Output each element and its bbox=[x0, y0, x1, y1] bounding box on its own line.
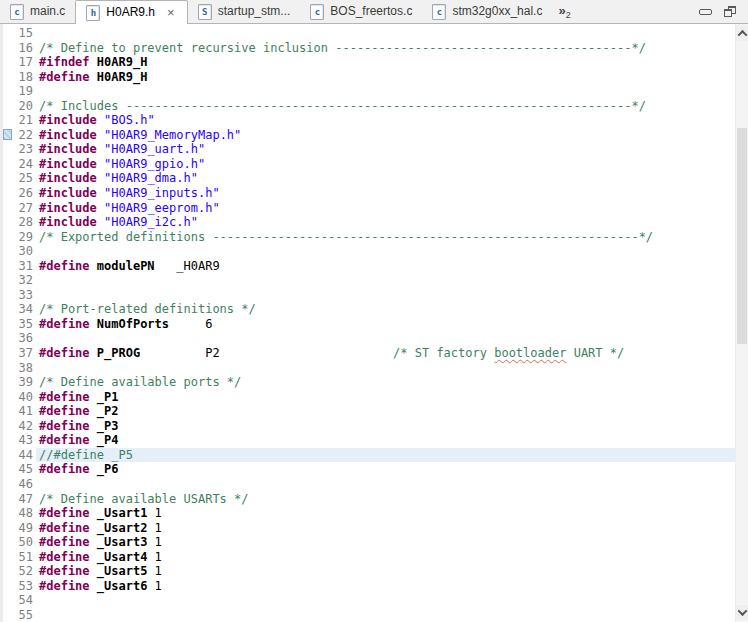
code-line[interactable]: 16/* Define to prevent recursive inclusi… bbox=[0, 41, 735, 56]
line-number[interactable]: 22 bbox=[14, 128, 36, 143]
file-icon: h bbox=[86, 5, 100, 21]
editor-tab[interactable]: cmain.c bbox=[0, 0, 75, 23]
line-number[interactable]: 35 bbox=[14, 317, 36, 332]
line-number[interactable]: 49 bbox=[14, 521, 36, 536]
vertical-scrollbar[interactable] bbox=[735, 24, 748, 622]
code-line[interactable]: 20/* Includes --------------------------… bbox=[0, 99, 735, 114]
code-line[interactable]: 51#define _Usart4 1 bbox=[0, 550, 735, 565]
code-line[interactable]: 25#include "H0AR9_dma.h" bbox=[0, 171, 735, 186]
code-line[interactable]: 19 bbox=[0, 84, 735, 99]
minimize-icon[interactable] bbox=[699, 9, 712, 15]
code-line[interactable]: 27#include "H0AR9_eeprom.h" bbox=[0, 201, 735, 216]
editor-tab[interactable]: cBOS_freertos.c bbox=[300, 0, 422, 23]
annotation-ruler-cell bbox=[0, 390, 14, 405]
line-number[interactable]: 43 bbox=[14, 433, 36, 448]
code-line[interactable]: 18#define H0AR9_H bbox=[0, 70, 735, 85]
line-number[interactable]: 26 bbox=[14, 186, 36, 201]
line-number[interactable]: 47 bbox=[14, 492, 36, 507]
line-number[interactable]: 50 bbox=[14, 535, 36, 550]
code-line[interactable]: 21#include "BOS.h" bbox=[0, 113, 735, 128]
line-number[interactable]: 23 bbox=[14, 142, 36, 157]
code-line[interactable]: 30 bbox=[0, 244, 735, 259]
code-line[interactable]: 54 bbox=[0, 593, 735, 608]
line-number[interactable]: 42 bbox=[14, 419, 36, 434]
code-line[interactable]: 50#define _Usart3 1 bbox=[0, 535, 735, 550]
code-line[interactable]: 31#define modulePN _H0AR9 bbox=[0, 259, 735, 274]
code-line[interactable]: 45#define _P6 bbox=[0, 462, 735, 477]
editor-tab[interactable]: hH0AR9.h× bbox=[75, 0, 187, 24]
code-line[interactable]: 55 bbox=[0, 608, 735, 622]
code-line[interactable]: 52#define _Usart5 1 bbox=[0, 564, 735, 579]
code-line[interactable]: 48#define _Usart1 1 bbox=[0, 506, 735, 521]
code-line[interactable]: 42#define _P3 bbox=[0, 419, 735, 434]
line-number[interactable]: 38 bbox=[14, 361, 36, 376]
line-number[interactable]: 21 bbox=[14, 113, 36, 128]
code-line[interactable]: 47/* Define available USARTs */ bbox=[0, 492, 735, 507]
code-token: #define bbox=[39, 506, 97, 520]
code-line[interactable]: 28#include "H0AR9_i2c.h" bbox=[0, 215, 735, 230]
line-number[interactable]: 29 bbox=[14, 230, 36, 245]
scroll-up-button[interactable] bbox=[736, 26, 748, 41]
code-line[interactable]: 53#define _Usart6 1 bbox=[0, 579, 735, 594]
scroll-down-button[interactable] bbox=[736, 605, 748, 620]
line-number[interactable]: 32 bbox=[14, 273, 36, 288]
code-line[interactable]: 46 bbox=[0, 477, 735, 492]
line-number[interactable]: 31 bbox=[14, 259, 36, 274]
code-line[interactable]: 15 bbox=[0, 26, 735, 41]
code-line[interactable]: 34/* Port-related definitions */ bbox=[0, 302, 735, 317]
line-number[interactable]: 40 bbox=[14, 390, 36, 405]
line-number[interactable]: 25 bbox=[14, 171, 36, 186]
line-number[interactable]: 46 bbox=[14, 477, 36, 492]
line-number[interactable]: 48 bbox=[14, 506, 36, 521]
line-number[interactable]: 24 bbox=[14, 157, 36, 172]
line-number[interactable]: 16 bbox=[14, 41, 36, 56]
editor-tab[interactable]: cstm32g0xx_hal.c bbox=[422, 0, 552, 23]
line-number[interactable]: 28 bbox=[14, 215, 36, 230]
code-line[interactable]: 41#define _P2 bbox=[0, 404, 735, 419]
line-number[interactable]: 19 bbox=[14, 84, 36, 99]
code-line[interactable]: 24#include "H0AR9_gpio.h" bbox=[0, 157, 735, 172]
code-line[interactable]: 49#define _Usart2 1 bbox=[0, 521, 735, 536]
scrollbar-thumb[interactable] bbox=[737, 128, 747, 344]
line-number[interactable]: 41 bbox=[14, 404, 36, 419]
code-line[interactable]: 35#define NumOfPorts 6 bbox=[0, 317, 735, 332]
code-line[interactable]: 43#define _P4 bbox=[0, 433, 735, 448]
line-number[interactable]: 53 bbox=[14, 579, 36, 594]
code-line[interactable]: 29/* Exported definitions --------------… bbox=[0, 230, 735, 245]
line-number[interactable]: 55 bbox=[14, 608, 36, 622]
code-line[interactable]: 37#define P_PROG P2 /* ST factory bootlo… bbox=[0, 346, 735, 361]
code-line[interactable]: 26#include "H0AR9_inputs.h" bbox=[0, 186, 735, 201]
line-number[interactable]: 54 bbox=[14, 593, 36, 608]
code-line[interactable]: 38 bbox=[0, 361, 735, 376]
annotation-ruler-cell bbox=[0, 273, 14, 288]
line-number[interactable]: 52 bbox=[14, 564, 36, 579]
code-line[interactable]: 22#include "H0AR9_MemoryMap.h" bbox=[0, 128, 735, 143]
code-line[interactable]: 33 bbox=[0, 288, 735, 303]
code-line[interactable]: 36 bbox=[0, 331, 735, 346]
line-number[interactable]: 20 bbox=[14, 99, 36, 114]
line-number[interactable]: 30 bbox=[14, 244, 36, 259]
code-line[interactable]: 32 bbox=[0, 273, 735, 288]
line-number[interactable]: 36 bbox=[14, 331, 36, 346]
line-number[interactable]: 51 bbox=[14, 550, 36, 565]
line-number[interactable]: 17 bbox=[14, 55, 36, 70]
line-number[interactable]: 39 bbox=[14, 375, 36, 390]
line-number[interactable]: 33 bbox=[14, 288, 36, 303]
close-tab-button[interactable]: × bbox=[165, 6, 177, 19]
line-number[interactable]: 34 bbox=[14, 302, 36, 317]
code-line[interactable]: 17#ifndef H0AR9_H bbox=[0, 55, 735, 70]
tab-overflow-button[interactable]: »2 bbox=[552, 0, 576, 23]
code-line[interactable]: 39/* Define available ports */ bbox=[0, 375, 735, 390]
line-number[interactable]: 18 bbox=[14, 70, 36, 85]
line-number[interactable]: 44 bbox=[14, 448, 36, 463]
line-number[interactable]: 37 bbox=[14, 346, 36, 361]
line-number[interactable]: 15 bbox=[14, 26, 36, 41]
line-number[interactable]: 27 bbox=[14, 201, 36, 216]
code-line[interactable]: 44//#define _P5 bbox=[0, 448, 735, 463]
restore-icon[interactable] bbox=[724, 6, 736, 17]
code-editor[interactable]: 1516/* Define to prevent recursive inclu… bbox=[0, 24, 735, 622]
code-line[interactable]: 40#define _P1 bbox=[0, 390, 735, 405]
editor-tab[interactable]: Sstartup_stm... bbox=[188, 0, 301, 23]
line-number[interactable]: 45 bbox=[14, 462, 36, 477]
code-line[interactable]: 23#include "H0AR9_uart.h" bbox=[0, 142, 735, 157]
